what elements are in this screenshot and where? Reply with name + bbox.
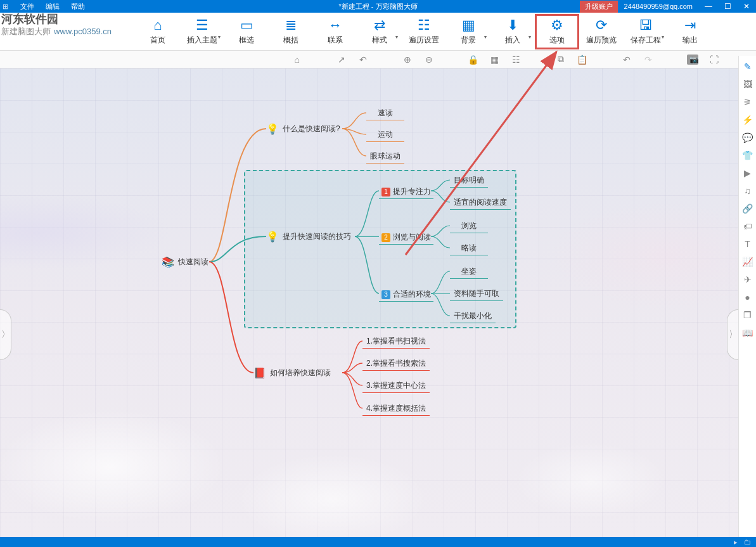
style-icon: ⇄ [374, 17, 385, 34]
node-b1[interactable]: 💡 什么是快速阅读? [266, 123, 340, 135]
minimize-button[interactable]: — [699, 2, 718, 11]
menu-edit[interactable]: 编辑 [41, 1, 65, 13]
status-icon-1[interactable]: ▸ [734, 538, 738, 546]
save-icon: 🖫 [639, 17, 653, 34]
menu-help[interactable]: 帮助 [66, 1, 90, 13]
toolbar-label: 保存工程 [631, 35, 661, 46]
node-b1-label: 什么是快速阅读? [283, 124, 340, 134]
node-b3-leaf-1[interactable]: 2.掌握看书搜索法 [362, 357, 430, 371]
share-icon[interactable]: ↗ [336, 55, 347, 65]
node-b2-sub2[interactable]: 2浏览与阅读 [379, 231, 433, 245]
comment-icon[interactable]: 💬 [741, 131, 755, 145]
node-b3[interactable]: 📕 如何培养快速阅读 [253, 367, 331, 379]
toolbar-options[interactable]: ⚙选项 [535, 14, 579, 49]
node-b2-sub1[interactable]: 1提升专注力 [379, 185, 433, 199]
grid-icon[interactable]: ▦ [489, 55, 501, 65]
shirt-icon[interactable]: 👕 [741, 148, 755, 162]
toolbar-label: 插入 [505, 35, 520, 46]
zoom-in-icon[interactable]: ⊕ [402, 55, 413, 65]
close-button[interactable]: ✕ [737, 2, 756, 11]
align-icon[interactable]: ☷ [511, 55, 522, 65]
toolbar-insert-topic[interactable]: ☰插入主题▾ [180, 14, 224, 49]
branch-icon[interactable]: ⚞ [741, 95, 755, 109]
toolbar-traverse-set[interactable]: ☷遍历设置 [402, 14, 446, 49]
music-icon[interactable]: ♫ [741, 184, 755, 198]
main-toolbar: 河东软件园 新建脑图大师 www.pc0359.cn ⌂首页☰插入主题▾▭框选≣… [0, 13, 756, 51]
edit-icon[interactable]: ✎ [741, 60, 755, 74]
redo-icon[interactable]: ↷ [643, 55, 654, 65]
flash-icon[interactable]: ⚡ [741, 113, 755, 127]
node-b2s1-leaf-1[interactable]: 适宜的阅读速度 [450, 196, 511, 210]
toolbar-frame[interactable]: ▭框选 [224, 14, 269, 49]
menu-file[interactable]: 文件 [15, 1, 39, 13]
copy-icon[interactable]: ⧉ [555, 54, 567, 65]
fullscreen-icon[interactable]: ⛶ [708, 55, 720, 65]
back-icon[interactable]: ↶ [357, 55, 369, 65]
home-icon[interactable]: ⌂ [292, 55, 303, 65]
node-b2s3-leaf-1[interactable]: 资料随手可取 [450, 287, 503, 301]
left-panel-handle[interactable]: 〉 [0, 309, 11, 360]
toolbar-home[interactable]: ⌂首页 [136, 14, 180, 49]
text-icon[interactable]: T [741, 237, 755, 251]
ball-icon[interactable]: ● [741, 290, 755, 304]
node-b1-leaf-2[interactable]: 眼球运动 [366, 150, 404, 164]
status-icon-2[interactable]: 🗀 [744, 538, 751, 546]
node-b3-leaf-3[interactable]: 4.掌握速度概括法 [362, 402, 430, 416]
zoom-out-icon[interactable]: ⊖ [423, 55, 435, 65]
toolbar-label: 概括 [283, 35, 298, 46]
node-b3-leaf-2[interactable]: 3.掌握速度中心法 [362, 379, 430, 393]
camera-icon[interactable]: 📷 [687, 55, 698, 65]
undo-icon[interactable]: ↶ [621, 55, 632, 65]
dropdown-icon: ▾ [529, 34, 531, 40]
node-b3-leaf-0[interactable]: 1.掌握看书扫视法 [362, 335, 430, 349]
home-icon: ⌂ [153, 17, 162, 34]
node-b2[interactable]: 💡 提升快速阅读的技巧 [266, 231, 351, 243]
toolbar-relation[interactable]: ↔联系 [313, 14, 357, 49]
image-icon[interactable]: 🖼 [741, 77, 755, 91]
node-b1-leaf-0[interactable]: 速读 [366, 106, 404, 120]
paste-icon[interactable]: 📋 [577, 55, 588, 65]
window-title: *新建工程 - 万彩脑图大师 [338, 2, 417, 11]
dropdown-icon: ▾ [662, 34, 664, 40]
toolbar-label: 输出 [682, 35, 698, 46]
toolbar-export[interactable]: ⇥输出 [668, 14, 712, 49]
maximize-button[interactable]: ☐ [718, 2, 737, 11]
dropdown-icon: ▾ [218, 34, 221, 40]
node-b2s1-leaf-0[interactable]: 目标明确 [450, 174, 488, 188]
node-b1-leaf-1[interactable]: 运动 [366, 128, 404, 142]
layers-icon[interactable]: ❐ [741, 308, 755, 322]
toolbar-background[interactable]: ▦背景▾ [446, 14, 490, 49]
summary-icon: ≣ [285, 17, 297, 34]
badge-2: 2 [381, 233, 390, 242]
toolbar-insert[interactable]: ⬇插入▾ [490, 14, 535, 49]
node-b2-sub3[interactable]: 3合适的环境 [379, 288, 433, 302]
toolbar-style[interactable]: ⇄样式▾ [357, 14, 402, 49]
user-email[interactable]: 2448490959@qq.com [618, 1, 699, 11]
node-b2s3-leaf-0[interactable]: 坐姿 [450, 265, 488, 279]
link-icon[interactable]: 🔗 [741, 202, 755, 216]
node-root[interactable]: 📚 快速阅读 [162, 256, 208, 268]
send-icon[interactable]: ✈ [741, 273, 755, 286]
chart-icon[interactable]: 📈 [741, 255, 755, 269]
badge-1: 1 [381, 188, 390, 196]
node-b2s2-leaf-0[interactable]: 浏览 [450, 219, 488, 233]
watermark: 河东软件园 新建脑图大师 www.pc0359.cn [1, 11, 128, 40]
toolbar-save[interactable]: 🖫保存工程▾ [624, 14, 668, 49]
lock-icon[interactable]: 🔒 [468, 55, 479, 65]
toolbar-label: 联系 [328, 35, 343, 46]
title-bar: ⊞ 文件 编辑 帮助 *新建工程 - 万彩脑图大师 升级账户 244849095… [0, 0, 756, 13]
right-panel-handle[interactable]: 〉 [727, 309, 738, 360]
toolbar-label: 遍历设置 [409, 35, 439, 46]
toolbar-label: 选项 [549, 35, 565, 46]
toolbar-summary[interactable]: ≣概括 [269, 14, 313, 49]
node-b2s3-leaf-2[interactable]: 干扰最小化 [450, 309, 496, 323]
book-icon[interactable]: 📖 [741, 326, 755, 340]
canvas[interactable]: 📚 快速阅读 💡 什么是快速阅读? 速读 运动 眼球运动 💡 提升快速阅读的技巧… [0, 68, 738, 537]
toolbar-traverse-preview[interactable]: ⟳遍历预览 [579, 14, 624, 49]
toolbar-label: 样式 [372, 35, 387, 46]
tag-icon[interactable]: 🏷 [741, 219, 755, 233]
node-b2s2-leaf-1[interactable]: 略读 [450, 241, 488, 255]
book-stack-icon: 📕 [253, 367, 266, 379]
play-icon[interactable]: ▶ [741, 166, 755, 180]
upgrade-badge[interactable]: 升级账户 [580, 1, 618, 13]
